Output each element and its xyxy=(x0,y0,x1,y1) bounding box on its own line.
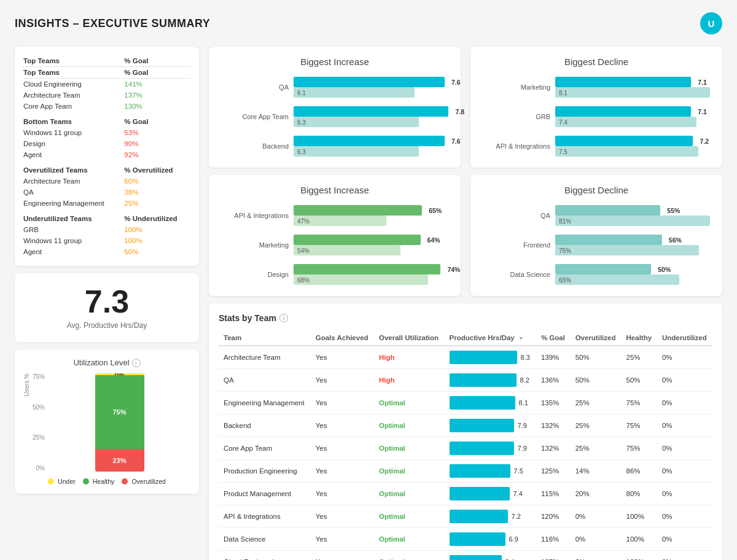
team-pct: 141% xyxy=(124,79,190,90)
bar-fg: 7.1 xyxy=(555,106,691,117)
util-bar-segment: 23% xyxy=(95,449,144,472)
stacked-bar: 23%75%0% xyxy=(95,373,144,472)
section-header: Overutilized Teams xyxy=(23,160,124,176)
util-bar-segment: 75% xyxy=(95,375,144,449)
overutil-cell: 25% xyxy=(571,414,622,437)
team-name: Cloud Engineering xyxy=(23,79,124,90)
util-cell: Optimal xyxy=(374,414,445,437)
stats-column-header: Overall Utilization xyxy=(374,330,445,346)
util-title: Utilization Level i xyxy=(23,358,190,367)
top-teams-pct-header: % Goal xyxy=(124,55,190,67)
hrs-cell: 6.4 xyxy=(445,551,536,561)
teams-table: Top Teams % Goal Top Teams% GoalCloud En… xyxy=(23,55,190,257)
underutil-cell: 0% xyxy=(657,505,712,528)
util-cell: Optimal xyxy=(374,505,445,528)
util-cell: High xyxy=(374,346,445,369)
stats-column-header: % Goal xyxy=(536,330,571,346)
prod-bar xyxy=(450,464,510,478)
overutil-cell: 20% xyxy=(571,483,622,505)
bar-fg: 7.2 xyxy=(555,136,693,146)
team-name: Agent xyxy=(23,246,124,257)
util-cell: Optimal xyxy=(374,551,445,561)
bar-row: Frontend 75% 56% xyxy=(483,233,710,257)
bar-bg: 81% xyxy=(555,216,710,226)
bar-label: GRB xyxy=(483,113,550,120)
team-name: Engineering Management xyxy=(23,198,124,209)
team-cell: Production Engineering xyxy=(219,460,311,483)
bar-fg: 50% xyxy=(555,264,651,274)
increase-util-chart: API & Integrations 47% 65% Marketing 54%… xyxy=(221,204,448,286)
overutil-cell: 0% xyxy=(571,551,622,561)
bar-label: Data Science xyxy=(483,271,550,278)
top-teams-col: Top Teams xyxy=(23,67,124,79)
hrs-cell: 6.9 xyxy=(445,528,536,551)
prod-bar xyxy=(450,510,508,523)
bar-label: API & Integrations xyxy=(221,212,289,219)
team-cell: Engineering Management xyxy=(219,392,311,414)
bar-container: 6.3 7.8 xyxy=(294,105,448,128)
team-name: Architecture Team xyxy=(23,176,124,187)
team-pct: 92% xyxy=(124,149,190,160)
goals-cell: Yes xyxy=(311,551,374,561)
team-name: Core App Team xyxy=(23,101,124,112)
stats-row: Backend Yes Optimal 7.9 132% 25% 75% 0% xyxy=(219,414,712,437)
healthy-cell: 100% xyxy=(622,551,657,561)
stats-row: Engineering Management Yes Optimal 8.1 1… xyxy=(219,392,712,414)
stats-info-icon[interactable]: i xyxy=(279,314,288,322)
stats-card: Stats by Team i TeamGoals AchievedOveral… xyxy=(209,303,722,560)
util-cell: Optimal xyxy=(374,483,445,505)
stats-row: Architecture Team Yes High 8.3 139% 50% … xyxy=(219,346,712,369)
underutil-cell: 0% xyxy=(657,369,712,392)
biggest-decline-goals-title: Biggest Decline xyxy=(483,56,710,67)
prod-bar xyxy=(450,532,505,546)
pct-goal-cell: 125% xyxy=(536,460,571,483)
team-name: QA xyxy=(23,187,124,198)
bar-bg: 7.5 xyxy=(555,146,698,157)
biggest-increase-util-title: Biggest Increase xyxy=(221,185,448,195)
overutil-cell: 25% xyxy=(571,437,622,460)
biggest-decline-util-card: Biggest Decline QA 81% 55% Frontend 75% … xyxy=(470,175,722,296)
team-cell: Architecture Team xyxy=(219,346,311,369)
goals-cell: Yes xyxy=(311,528,374,551)
goals-cell: Yes xyxy=(311,437,374,460)
bar-bg: 65% xyxy=(555,274,679,285)
healthy-cell: 50% xyxy=(622,369,657,392)
stats-column-header: Overutilized xyxy=(571,330,622,346)
team-pct: 100% xyxy=(124,235,190,246)
team-cell: QA xyxy=(219,369,311,392)
bar-bg: 6.1 xyxy=(294,87,415,98)
bar-fg: 55% xyxy=(555,205,660,216)
bar-row: QA 6.1 7.6 xyxy=(221,76,448,99)
bar-row: Design 68% 74% xyxy=(221,263,448,286)
avg-label: Avg. Productive Hrs/Day xyxy=(23,321,190,330)
team-pct: 38% xyxy=(124,187,190,198)
bar-label: API & Integrations xyxy=(483,142,550,150)
bar-container: 75% 56% xyxy=(555,233,710,257)
stats-table: TeamGoals AchievedOverall UtilizationPro… xyxy=(219,330,712,560)
stats-column-header[interactable]: Productive Hrs/Day ▼ xyxy=(445,330,536,346)
section-pct-header: % Goal xyxy=(124,112,190,127)
info-icon[interactable]: i xyxy=(132,359,141,367)
team-pct: 137% xyxy=(124,90,190,101)
user-avatar[interactable]: U xyxy=(700,12,722,34)
hrs-cell: 7.4 xyxy=(445,483,536,505)
healthy-cell: 25% xyxy=(622,346,657,369)
biggest-increase-goals-card: Biggest Increase QA 6.1 7.6 Core App Tea… xyxy=(209,47,461,168)
stats-row: QA Yes High 8.2 136% 50% 50% 0% xyxy=(219,369,712,392)
bar-fg: 7.6 xyxy=(294,136,445,146)
bar-container: 47% 65% xyxy=(294,204,448,227)
team-pct: 100% xyxy=(124,224,190,235)
bar-bg: 54% xyxy=(294,245,400,255)
section-header: Bottom Teams xyxy=(23,112,124,127)
team-cell: Cloud Engineering xyxy=(219,551,311,561)
bar-row: Marketing 8.1 7.1 xyxy=(483,76,710,99)
pct-goal-cell: 135% xyxy=(536,392,571,414)
bar-bg: 6.3 xyxy=(294,146,419,157)
bar-container: 81% 55% xyxy=(555,204,710,227)
legend-dot xyxy=(83,478,89,484)
overutil-cell: 50% xyxy=(571,346,622,369)
bar-fg: 7.6 xyxy=(294,77,445,87)
overutil-cell: 0% xyxy=(571,528,622,551)
underutil-cell: 0% xyxy=(657,551,712,561)
util-bar-wrap: 23%75%0% xyxy=(49,373,190,472)
